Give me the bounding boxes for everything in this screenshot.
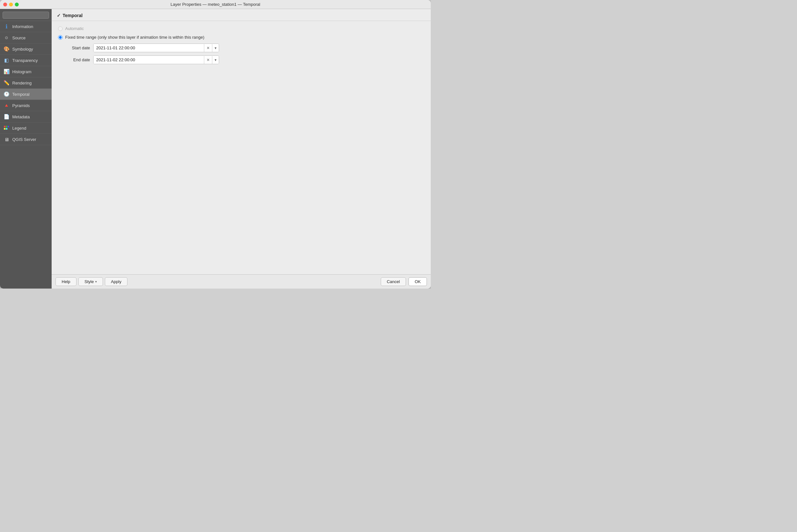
clear-icon: ✕ bbox=[206, 58, 210, 62]
content-area: ℹ Information ⊙ Source 🎨 Symbology ◧ Tra… bbox=[0, 9, 431, 289]
sidebar-item-qgis-server[interactable]: 🖥 QGIS Server bbox=[0, 134, 52, 145]
metadata-icon: 📄 bbox=[3, 114, 10, 120]
main-panel: ✓ Temporal Automatic Fixed time range (o… bbox=[52, 9, 431, 289]
sidebar-item-label: Legend bbox=[12, 126, 26, 131]
svg-rect-0 bbox=[4, 126, 5, 127]
sidebar-item-label: Pyramids bbox=[12, 103, 30, 108]
minimize-button[interactable] bbox=[9, 3, 13, 6]
style-dropdown-icon: ▾ bbox=[95, 280, 97, 283]
search-input[interactable] bbox=[3, 12, 49, 19]
fixed-range-radio-row: Fixed time range (only show this layer i… bbox=[58, 35, 424, 40]
svg-rect-2 bbox=[8, 126, 9, 127]
info-icon: ℹ bbox=[3, 23, 10, 30]
sidebar-item-label: Metadata bbox=[12, 114, 30, 119]
apply-button[interactable]: Apply bbox=[105, 277, 128, 286]
sidebar-item-label: Information bbox=[12, 24, 33, 29]
end-date-label: End date bbox=[66, 57, 90, 62]
fixed-range-radio[interactable] bbox=[58, 35, 62, 40]
titlebar-buttons bbox=[3, 3, 19, 6]
start-date-input[interactable] bbox=[94, 44, 204, 52]
bottom-right-buttons: Cancel OK bbox=[381, 277, 427, 286]
start-date-row: Start date ✕ ▾ bbox=[66, 43, 424, 52]
sidebar-item-label: Temporal bbox=[12, 92, 29, 97]
sidebar-item-label: QGIS Server bbox=[12, 137, 36, 142]
sidebar-item-metadata[interactable]: 📄 Metadata bbox=[0, 111, 52, 122]
start-date-field-wrap: ✕ ▾ bbox=[93, 43, 219, 52]
sidebar-item-histogram[interactable]: 📊 Histogram bbox=[0, 66, 52, 77]
svg-rect-4 bbox=[6, 128, 7, 130]
symbology-icon: 🎨 bbox=[3, 46, 10, 52]
clear-icon: ✕ bbox=[206, 46, 210, 50]
sidebar-item-label: Transparency bbox=[12, 58, 38, 63]
close-button[interactable] bbox=[3, 3, 7, 6]
end-date-input[interactable] bbox=[94, 56, 204, 64]
header-checkmark: ✓ bbox=[57, 13, 61, 18]
window-title: Layer Properties — meteo_station1 — Temp… bbox=[171, 2, 260, 7]
dropdown-arrow-icon: ▾ bbox=[215, 46, 217, 50]
automatic-radio-row: Automatic bbox=[58, 26, 424, 31]
histogram-icon: 📊 bbox=[3, 68, 10, 75]
end-date-row: End date ✕ ▾ bbox=[66, 55, 424, 64]
sidebar-item-source[interactable]: ⊙ Source bbox=[0, 32, 52, 43]
svg-rect-3 bbox=[4, 128, 5, 130]
temporal-icon: 🕐 bbox=[3, 91, 10, 97]
svg-rect-1 bbox=[6, 126, 7, 127]
automatic-radio[interactable] bbox=[58, 26, 62, 31]
sidebar: ℹ Information ⊙ Source 🎨 Symbology ◧ Tra… bbox=[0, 9, 52, 289]
cancel-button[interactable]: Cancel bbox=[381, 277, 406, 286]
bottom-bar: Help Style ▾ Apply Cancel OK bbox=[52, 274, 431, 289]
fixed-range-label: Fixed time range (only show this layer i… bbox=[65, 35, 204, 40]
sidebar-item-pyramids[interactable]: 🔺 Pyramids bbox=[0, 100, 52, 111]
pyramids-icon: 🔺 bbox=[3, 102, 10, 109]
style-button[interactable]: Style ▾ bbox=[78, 277, 103, 286]
sidebar-item-label: Source bbox=[12, 36, 25, 40]
ok-button[interactable]: OK bbox=[409, 277, 427, 286]
start-date-dropdown-button[interactable]: ▾ bbox=[212, 44, 219, 52]
qgis-server-icon: 🖥 bbox=[3, 136, 10, 142]
end-date-clear-button[interactable]: ✕ bbox=[204, 56, 212, 64]
start-date-clear-button[interactable]: ✕ bbox=[204, 44, 212, 52]
end-date-field-wrap: ✕ ▾ bbox=[93, 55, 219, 64]
bottom-left-buttons: Help Style ▾ Apply bbox=[55, 277, 127, 286]
sidebar-item-temporal[interactable]: 🕐 Temporal bbox=[0, 89, 52, 100]
sidebar-item-transparency[interactable]: ◧ Transparency bbox=[0, 55, 52, 66]
maximize-button[interactable] bbox=[15, 3, 19, 6]
style-label: Style bbox=[85, 279, 94, 284]
sidebar-item-label: Rendering bbox=[12, 81, 32, 86]
titlebar: Layer Properties — meteo_station1 — Temp… bbox=[0, 0, 431, 9]
rendering-icon: ✏️ bbox=[3, 80, 10, 86]
start-date-label: Start date bbox=[66, 45, 90, 50]
sidebar-item-symbology[interactable]: 🎨 Symbology bbox=[0, 43, 52, 55]
end-date-dropdown-button[interactable]: ▾ bbox=[212, 56, 219, 64]
sidebar-item-label: Histogram bbox=[12, 69, 31, 74]
search-bar bbox=[0, 9, 52, 21]
automatic-label: Automatic bbox=[65, 26, 84, 31]
legend-icon bbox=[3, 125, 10, 131]
transparency-icon: ◧ bbox=[3, 57, 10, 63]
sidebar-item-legend[interactable]: Legend bbox=[0, 122, 52, 134]
sidebar-item-rendering[interactable]: ✏️ Rendering bbox=[0, 77, 52, 89]
window: Layer Properties — meteo_station1 — Temp… bbox=[0, 0, 431, 289]
sidebar-item-label: Symbology bbox=[12, 47, 33, 52]
panel-header: ✓ Temporal bbox=[52, 9, 431, 21]
help-button[interactable]: Help bbox=[55, 277, 76, 286]
sidebar-item-information[interactable]: ℹ Information bbox=[0, 21, 52, 32]
panel-title: Temporal bbox=[62, 13, 83, 18]
dropdown-arrow-icon: ▾ bbox=[215, 58, 217, 62]
panel-content: Automatic Fixed time range (only show th… bbox=[52, 21, 431, 274]
source-icon: ⊙ bbox=[3, 35, 10, 41]
